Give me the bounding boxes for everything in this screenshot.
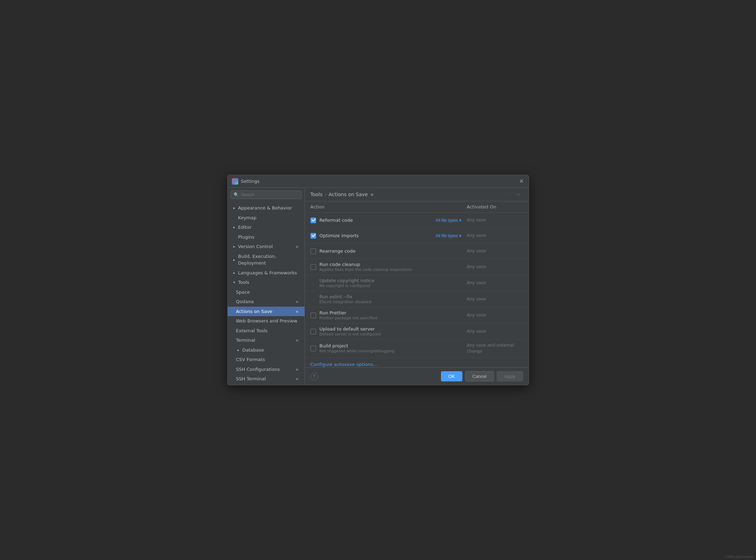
action-sub: Default server is not configured [320,332,467,336]
chevron-icon [232,244,237,249]
activated-run-code-cleanup: Any save [467,264,523,270]
sidebar-item-actions-on-save[interactable]: Actions on Save ▪ [228,307,305,316]
sidebar-item-qodana[interactable]: Qodana ▪ [228,297,305,307]
window-title: Settings [241,179,260,184]
activated-rearrange-code: Any save [467,248,523,254]
footer-buttons: OK Cancel Apply [441,371,523,381]
breadcrumb-current: Actions on Save [329,192,368,197]
settings-window: Settings ✕ 🔍 Appearance & Behavior Keyma… [227,175,529,385]
action-row-optimize-imports: Optimize imports All file types ▾ Any sa… [305,228,529,244]
sidebar-item-label: Terminal [236,337,296,344]
spacer [232,234,237,239]
sidebar-item-keymap[interactable]: Keymap [228,213,305,223]
content-area: 🔍 Appearance & Behavior Keymap Editor [228,188,529,385]
action-info-reformat-code: Reformat code [320,218,436,223]
breadcrumb: Tools › Actions on Save ▪ [310,192,374,197]
sidebar-item-build[interactable]: Build, Execution, Deployment [228,252,305,268]
watermark: CSDN @ittimeline [725,555,753,559]
main-content: Action Activated On Reformat code All fi… [305,201,529,367]
breadcrumb-menu-icon[interactable]: ▪ [370,192,373,197]
activated-build-project: Any save and external change [467,342,523,354]
help-button[interactable]: ? [310,373,318,380]
checkbox-reformat-code[interactable] [310,218,316,223]
action-row-reformat-code: Reformat code All file types ▾ Any save [305,213,529,228]
action-info-run-prettier: Run Prettier Prettier package not specif… [320,310,467,320]
ok-button[interactable]: OK [441,371,462,381]
sidebar-item-label: Build, Execution, Deployment [238,253,302,267]
col-header-activated: Activated On [467,204,523,209]
checkbox-run-prettier[interactable] [310,313,316,318]
action-info-update-copyright: Update copyright notice No copyright is … [320,278,467,288]
checkbox-run-code-cleanup[interactable] [310,264,316,270]
nav-forward-button[interactable]: → [513,191,523,198]
action-sub: ESLint integration disabled [320,300,467,304]
activated-upload-to-server: Any save [467,328,523,334]
cancel-button[interactable]: Cancel [465,371,494,381]
close-button[interactable]: ✕ [519,179,524,184]
sidebar-item-ssh-configurations[interactable]: SSH Configurations ▪ [228,365,305,374]
sidebar-item-web-browsers[interactable]: Web Browsers and Preview [228,316,305,326]
action-row-run-prettier: Run Prettier Prettier package not specif… [305,307,529,324]
action-name: Rearrange code [320,248,467,254]
sidebar-item-external-tools[interactable]: External Tools [228,326,305,336]
action-name: Run code cleanup [320,262,467,267]
sidebar-item-label: CSV Formats [236,356,302,363]
sidebar-item-languages[interactable]: Languages & Frameworks [228,268,305,278]
chevron-icon [232,270,237,275]
sidebar-item-version-control[interactable]: Version Control ▪ [228,242,305,252]
settings-icon: ▪ [296,309,301,314]
sidebar-item-ssh-terminal[interactable]: SSH Terminal ▪ [228,374,305,384]
spacer [232,215,237,220]
checkbox-build-project[interactable] [310,346,316,351]
sidebar-item-plugins[interactable]: Plugins [228,232,305,242]
chevron-icon [236,347,241,352]
sidebar-item-label: Actions on Save [236,308,296,315]
file-type-reformat-code[interactable]: All file types ▾ [435,218,461,223]
sidebar-nav: Appearance & Behavior Keymap Editor Plug… [228,202,305,385]
action-name: Update copyright notice [320,278,467,283]
sidebar-item-terminal[interactable]: Terminal ▪ [228,335,305,345]
action-row-build-project: Build project Not triggered while runnin… [305,340,529,358]
checkbox-optimize-imports[interactable] [310,233,316,239]
apply-button[interactable]: Apply [497,371,523,381]
sidebar-item-database[interactable]: Database [228,345,305,355]
settings-icon: ▪ [296,338,301,343]
sidebar-item-label: Editor [238,224,302,231]
sidebar-item-android[interactable]: Android [228,384,305,385]
table-header: Action Activated On [305,201,529,213]
sidebar-item-label: Appearance & Behavior [238,205,302,212]
sidebar-item-label: Languages & Frameworks [238,269,302,276]
action-row-run-eslint: Run eslint --fix ESLint integration disa… [305,291,529,307]
action-info-run-code-cleanup: Run code cleanup Applies fixes from the … [320,262,467,272]
action-row-run-code-cleanup: Run code cleanup Applies fixes from the … [305,259,529,275]
action-name: Optimize imports [320,233,436,238]
sidebar-item-editor[interactable]: Editor [228,222,305,232]
chevron-down-icon: ▾ [459,218,461,223]
main-panel: Tools › Actions on Save ▪ ← → Action Act… [305,188,529,385]
sidebar-item-label: Space [236,289,302,296]
configure-autosave-link[interactable]: Configure autosave options... [305,358,529,367]
nav-back-button[interactable]: ← [502,191,512,198]
sidebar-item-tools[interactable]: Tools [228,278,305,287]
sidebar-item-appearance[interactable]: Appearance & Behavior [228,203,305,213]
footer: ? OK Cancel Apply [305,367,529,385]
sidebar-item-space[interactable]: Space [228,287,305,297]
main-header: Tools › Actions on Save ▪ ← → [305,188,529,201]
checkbox-upload-to-server[interactable] [310,329,316,334]
chevron-icon [232,206,237,211]
search-input[interactable] [241,192,299,197]
action-info-rearrange-code: Rearrange code [320,248,467,254]
settings-icon: ▪ [296,244,301,249]
breadcrumb-separator: › [325,192,327,197]
sidebar: 🔍 Appearance & Behavior Keymap Editor [228,188,305,385]
file-type-optimize-imports[interactable]: All file types ▾ [435,233,461,238]
sidebar-item-csv-formats[interactable]: CSV Formats [228,355,305,365]
sidebar-item-label: SSH Configurations [236,366,296,373]
chevron-icon [232,225,237,230]
action-sub: Not triggered while running/debugging [320,349,467,353]
sidebar-item-label: Tools [238,279,302,286]
checkbox-rearrange-code[interactable] [310,248,316,254]
action-name: Reformat code [320,218,436,223]
sidebar-item-label: Version Control [238,243,296,250]
sidebar-item-label: Database [242,347,302,354]
